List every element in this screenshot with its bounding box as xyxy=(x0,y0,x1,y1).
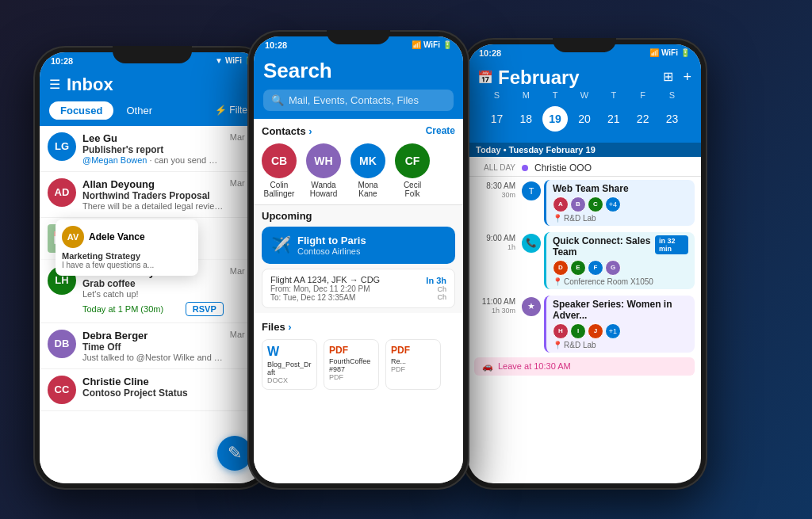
rsvp-row: Today at 1 PM (30m) RSVP xyxy=(82,299,224,319)
contact-item[interactable]: MK MonaKane xyxy=(350,143,385,198)
flight-to: To: Tue, Dec 12 3:35AM xyxy=(270,293,380,302)
email-sender: Allan Deyoung xyxy=(82,178,224,190)
allday-event: Christie OOO xyxy=(534,162,592,174)
contact-name: MonaKane xyxy=(358,181,377,198)
location-icon: 📍 xyxy=(553,214,562,223)
event-avatar: D xyxy=(553,260,569,276)
contact-item[interactable]: CB ColinBallinger xyxy=(262,143,297,198)
email-subject: Publisher's report xyxy=(82,144,224,155)
teams-icon: T xyxy=(522,181,541,200)
flight-from: From: Mon, Dec 11 2:20 PM xyxy=(270,284,380,293)
calendar-date[interactable]: 17 xyxy=(484,106,509,132)
event-location: 📍R&D Lab xyxy=(553,214,688,223)
event-avatar: H xyxy=(553,323,569,339)
email-preview: @Megan Bowen · can you send me the lates… xyxy=(82,155,224,165)
calendar-date[interactable]: 18 xyxy=(513,106,538,132)
event-avatar: B xyxy=(570,197,586,212)
file-name: Re... xyxy=(391,357,435,365)
allday-label: ALL DAY xyxy=(474,163,515,172)
contact-item[interactable]: WH WandaHoward xyxy=(306,143,341,198)
email-item[interactable]: DB Debra Berger Time Off Just talked to … xyxy=(40,323,265,369)
allday-row: ALL DAY Christie OOO xyxy=(468,160,701,176)
leave-banner: 🚗 Leave at 10:30 AM xyxy=(474,357,695,376)
calendar-days-header: S M T W T F S xyxy=(477,89,691,103)
file-item[interactable]: PDF Re... PDF xyxy=(385,339,441,390)
rsvp-button[interactable]: RSVP xyxy=(186,302,224,316)
event-plus-badge: +4 xyxy=(605,197,621,212)
day-label: F xyxy=(630,90,656,100)
contact-avatar: CB xyxy=(262,143,297,178)
calendar-date[interactable]: 20 xyxy=(572,106,597,132)
flight-eta: In 3h xyxy=(426,276,446,285)
file-item[interactable]: PDF FourthCoffee#987 PDF xyxy=(324,339,379,390)
event-location: 📍R&D Lab xyxy=(553,341,688,349)
email-with-popup: 📅 AV Adele Vance M xyxy=(40,218,265,260)
calendar-date[interactable]: 23 xyxy=(659,106,684,132)
email-subject: Grab coffee xyxy=(82,278,224,289)
calendar-date-active[interactable]: 19 xyxy=(542,106,568,132)
add-event-button[interactable]: + xyxy=(683,69,691,86)
phone-search: 10:28 📶WiFi🔋 Search 🔍 Mail, Events, Cont… xyxy=(247,30,469,490)
email-subject: Contoso Project Status xyxy=(82,387,257,399)
flight-icon: ✈️ xyxy=(271,235,291,254)
in-min-badge: in 32 min xyxy=(655,235,688,254)
event-row[interactable]: 8:30 AM30m T Web Team Share A B C +4 xyxy=(468,177,701,229)
event-row[interactable]: 9:00 AM1h 📞 Quick Connect: Sales Team in… xyxy=(468,229,701,292)
location-icon: 📍 xyxy=(553,277,562,286)
file-type: PDF xyxy=(391,365,435,373)
adele-subject: Marketing Strategy xyxy=(62,251,192,261)
event-avatars: A B C +4 xyxy=(553,197,688,212)
phone-icon: 📞 xyxy=(522,234,541,253)
email-subject: Time Off xyxy=(82,342,224,353)
search-header: Search 🔍 Mail, Events, Contacts, Files xyxy=(254,54,463,119)
calendar-date[interactable]: 21 xyxy=(601,106,626,132)
email-sender: Debra Berger xyxy=(82,330,224,342)
event-time: 8:30 AM30m xyxy=(474,180,515,226)
adele-preview: I have a few questions a... xyxy=(62,261,192,269)
contact-name: WandaHoward xyxy=(310,181,337,198)
calendar-icon: 📅 xyxy=(477,70,493,85)
contacts-row: CB ColinBallinger WH WandaHoward MK Mona… xyxy=(254,140,463,204)
event-avatars: H I J +1 xyxy=(553,323,688,339)
inbox-title: Inbox xyxy=(67,74,113,95)
flight-route: Flight AA 1234, JFK → CDG xyxy=(270,275,380,284)
event-avatar: J xyxy=(588,323,603,339)
hamburger-icon[interactable]: ☰ xyxy=(49,77,60,92)
email-item[interactable]: LG Lee Gu Publisher's report @Megan Bowe… xyxy=(40,126,265,172)
notch-right xyxy=(553,38,616,52)
event-avatar: A xyxy=(553,197,569,212)
calendar-header: 📅 February ⊞ + S M T W T xyxy=(468,62,701,143)
file-item[interactable]: W Blog_Post_Draft DOCX xyxy=(262,339,317,390)
day-label: S xyxy=(484,90,509,100)
email-sender: Christie Cline xyxy=(82,376,257,387)
email-item[interactable]: CC Christie Cline Contoso Project Status xyxy=(40,369,265,411)
flight-card[interactable]: ✈️ Flight to Paris Contoso Airlines xyxy=(262,227,455,264)
inbox-header: ☰ Inbox Focused Other ⚡ Filters xyxy=(40,70,265,126)
tab-other[interactable]: Other xyxy=(118,101,160,120)
tab-focused[interactable]: Focused xyxy=(49,101,113,120)
event-avatar: I xyxy=(570,323,586,339)
grid-view-icon[interactable]: ⊞ xyxy=(663,69,673,86)
phone-inbox: 10:28 ▼WiFi🔋 ☰ Inbox Focused Other xyxy=(33,46,271,490)
time-left: 10:28 xyxy=(51,56,73,66)
create-label[interactable]: Create xyxy=(426,125,455,137)
email-sender: Lee Gu xyxy=(82,132,224,144)
search-bar[interactable]: 🔍 Mail, Events, Contacts, Files xyxy=(263,90,454,111)
event-avatar: F xyxy=(588,260,603,276)
day-label: M xyxy=(513,90,538,100)
upcoming-section: Upcoming ✈️ Flight to Paris Contoso Airl… xyxy=(254,205,463,313)
day-label: W xyxy=(572,90,597,100)
calendar-month: February xyxy=(498,67,580,89)
files-header: Files › xyxy=(262,318,455,336)
contact-avatar: CF xyxy=(395,143,430,178)
lightning-icon: ⚡ xyxy=(215,105,227,116)
contact-name: CecilFolk xyxy=(404,181,421,198)
event-row[interactable]: 11:00 AM1h 30m ★ Speaker Series: Women i… xyxy=(468,292,701,356)
adele-name: Adele Vance xyxy=(89,231,145,242)
contact-item[interactable]: CF CecilFolk xyxy=(395,143,430,198)
status-icons-middle: 📶WiFi🔋 xyxy=(412,40,452,49)
adele-popup-card[interactable]: AV Adele Vance Marketing Strategy I have… xyxy=(56,219,198,276)
calendar-date[interactable]: 22 xyxy=(630,106,656,132)
calendar-dates-row: 17 18 19 20 21 22 23 xyxy=(477,103,691,136)
email-item[interactable]: AD Allan Deyoung Northwind Traders Propo… xyxy=(40,172,265,218)
